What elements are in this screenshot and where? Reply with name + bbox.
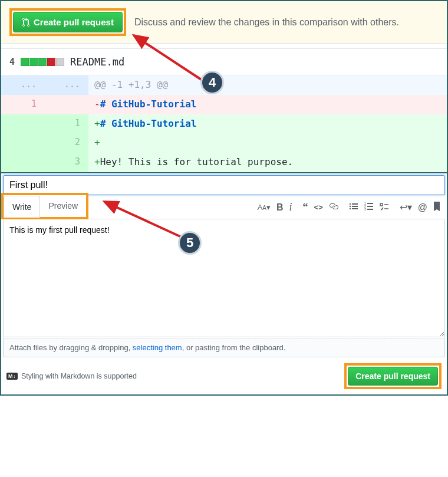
italic-icon[interactable]: i xyxy=(289,201,292,213)
svg-rect-6 xyxy=(352,208,358,209)
git-pull-request-icon xyxy=(22,18,30,27)
compare-banner: Create pull request Discuss and review t… xyxy=(1,1,447,44)
banner-description: Discuss and review the changes in this c… xyxy=(134,17,399,28)
diff-change-count: 4 xyxy=(9,57,15,67)
formatting-toolbar: AA▾ B i “ <> 123 ↩▾ @ xyxy=(258,201,440,213)
attach-select-link[interactable]: selecting them xyxy=(133,343,182,352)
mention-icon[interactable]: @ xyxy=(418,202,427,213)
diff-file-header: 4 README.md xyxy=(1,48,447,75)
annotation-highlight-5: Write Preview xyxy=(1,193,88,219)
markdown-icon: M↓ xyxy=(6,373,18,380)
quote-icon[interactable]: “ xyxy=(303,201,308,213)
create-pr-button-bottom[interactable]: Create pull request xyxy=(348,367,438,386)
svg-rect-5 xyxy=(352,206,358,207)
svg-text:3: 3 xyxy=(364,208,366,211)
annotation-arrow-5 xyxy=(98,197,193,244)
annotation-badge-4: 4 xyxy=(200,71,224,94)
task-list-icon[interactable] xyxy=(380,202,389,213)
markdown-support-hint[interactable]: M↓ Styling with Markdown is supported xyxy=(6,372,137,380)
svg-rect-10 xyxy=(367,203,373,204)
svg-line-16 xyxy=(104,202,184,238)
diff-hunk-header: ...... @@ -1 +1,3 @@ xyxy=(1,75,447,95)
tab-write[interactable]: Write xyxy=(4,196,40,218)
svg-rect-13 xyxy=(380,203,383,206)
diff-line: 1-# GitHub-Tutorial xyxy=(1,95,447,114)
diff-table: ...... @@ -1 +1,3 @@ 1-# GitHub-Tutorial… xyxy=(1,75,447,172)
code-icon[interactable]: <> xyxy=(314,203,323,212)
pr-description-input[interactable] xyxy=(3,219,445,337)
svg-line-0 xyxy=(134,35,207,84)
annotation-badge-5: 5 xyxy=(178,231,202,255)
diff-filename: README.md xyxy=(70,56,124,68)
diff-line: 3+Hey! This is for tutorial purpose. xyxy=(1,153,447,172)
svg-rect-11 xyxy=(367,206,373,207)
svg-point-2 xyxy=(350,206,351,207)
pr-title-input[interactable] xyxy=(3,175,445,195)
svg-rect-12 xyxy=(367,209,373,210)
svg-point-3 xyxy=(350,208,351,209)
annotation-highlight-4: Create pull request xyxy=(9,8,126,36)
bold-icon[interactable]: B xyxy=(276,202,284,213)
annotation-highlight-submit: Create pull request xyxy=(344,363,442,389)
heading-icon[interactable]: AA▾ xyxy=(258,203,271,212)
svg-point-1 xyxy=(350,203,351,205)
create-pr-button-top[interactable]: Create pull request xyxy=(13,12,123,32)
diff-line: 1+# GitHub-Tutorial xyxy=(1,114,447,134)
create-pr-button-top-label: Create pull request xyxy=(34,17,114,27)
diff-line: 2+ xyxy=(1,133,447,153)
diff-stat-blocks xyxy=(21,58,64,66)
tab-preview[interactable]: Preview xyxy=(40,195,86,217)
number-list-icon[interactable]: 123 xyxy=(364,202,374,213)
bullet-list-icon[interactable] xyxy=(349,202,358,213)
attach-hint: Attach files by dragging & dropping, sel… xyxy=(3,338,445,357)
svg-rect-4 xyxy=(352,203,358,205)
link-icon[interactable] xyxy=(329,202,338,213)
pr-form: Write Preview AA▾ B i “ <> 123 xyxy=(1,172,447,394)
bookmark-icon[interactable] xyxy=(433,202,440,213)
reply-icon[interactable]: ↩▾ xyxy=(400,202,412,213)
